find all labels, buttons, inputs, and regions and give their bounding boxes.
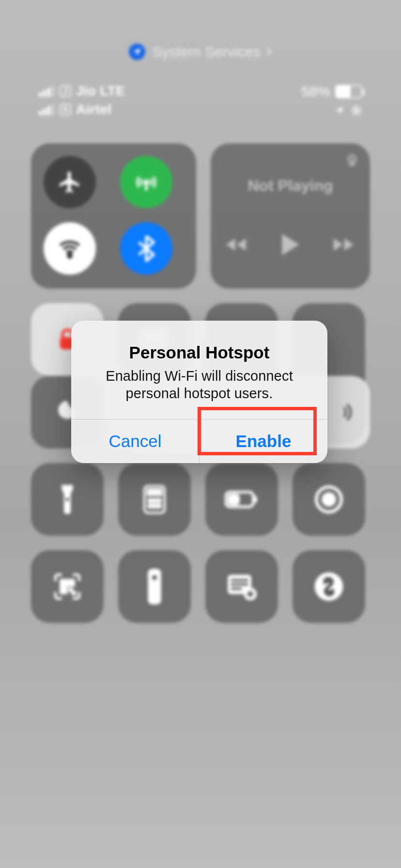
alert-message: Enabling Wi-Fi will disconnect personal … [86, 367, 313, 403]
hotspot-alert: Personal Hotspot Enabling Wi-Fi will dis… [71, 321, 327, 463]
enable-button[interactable]: Enable [200, 419, 327, 463]
cancel-button[interactable]: Cancel [71, 419, 199, 463]
alert-title: Personal Hotspot [86, 343, 313, 362]
